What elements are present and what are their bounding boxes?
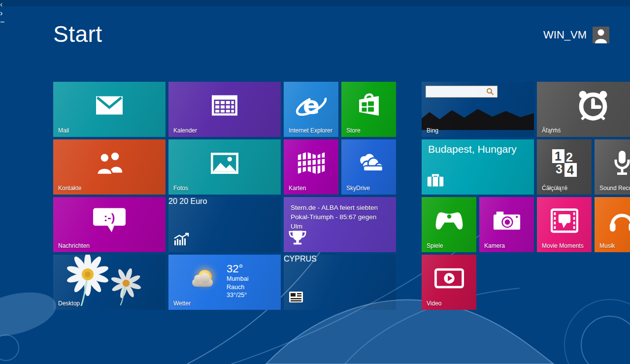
tile-label: Ćăłçúłąтē	[542, 185, 567, 192]
digit: 3	[553, 162, 565, 176]
svg-text::-): :-)	[104, 211, 115, 224]
tile-news[interactable]: CYPRUS	[284, 255, 396, 310]
tile-calculator[interactable]: 1 2 3 4 Ćăłçúłąтē	[537, 139, 592, 195]
alarm-clock-icon	[537, 82, 630, 129]
tile-label: Kontakte	[58, 185, 81, 192]
tile-sport[interactable]: Stern.de - ALBA feiert siebten Pokal-Tri…	[284, 197, 396, 252]
tile-desktop[interactable]: Desktop	[53, 255, 166, 310]
user-avatar-icon	[593, 27, 609, 43]
messaging-icon: :-)	[53, 197, 166, 244]
tile-label: Mail	[58, 127, 69, 134]
weather-high-low: 33°/25°	[227, 291, 248, 299]
tile-mail[interactable]: Mail	[53, 82, 166, 137]
people-icon	[53, 139, 166, 187]
photo-text: 20 Euro	[179, 197, 207, 205]
digit: 4	[564, 163, 577, 177]
tile-label: Wetter	[173, 300, 191, 307]
microphone-icon	[595, 139, 630, 187]
weather-temperature: 32°	[227, 263, 248, 275]
tile-movie-moments[interactable]: Movie Moments	[537, 197, 592, 252]
tile-kalender[interactable]: Kalender	[168, 82, 281, 137]
mail-icon	[53, 82, 166, 129]
tile-fotos[interactable]: Fotos	[168, 139, 281, 195]
tile-skydrive[interactable]: SkyDrive	[341, 139, 396, 195]
desktop-wallpaper-daisies	[53, 255, 147, 306]
bing-photo	[422, 104, 534, 130]
headphones-icon	[595, 197, 630, 244]
tile-internet-explorer[interactable]: e Internet Explorer	[284, 82, 338, 137]
tile-sound-recorder[interactable]: Sound Recor	[595, 139, 630, 195]
tile-kontakte[interactable]: Kontakte	[53, 139, 166, 195]
film-strip-icon	[537, 197, 592, 244]
tile-video[interactable]: Video	[422, 255, 476, 310]
weather-condition: Rauch	[227, 283, 248, 291]
tile-label: Karten	[289, 185, 306, 192]
bing-search-box[interactable]	[426, 86, 497, 98]
user-account[interactable]: WIN_VM	[543, 27, 609, 43]
svg-text:e: e	[302, 91, 319, 120]
weather-city: Mumbai	[227, 275, 248, 283]
news-icon	[289, 291, 303, 305]
travel-headline: Budapest, Hungary	[428, 143, 517, 155]
digit: 1	[552, 149, 564, 163]
map-icon	[284, 139, 338, 187]
tile-musik[interactable]: Musik	[595, 197, 630, 252]
trophy-icon	[289, 230, 306, 247]
tile-karten[interactable]: Karten	[284, 139, 338, 195]
tile-label: Kalender	[173, 127, 197, 134]
search-icon	[486, 88, 494, 96]
photo-text: 20	[168, 197, 177, 205]
tile-reisen[interactable]: Budapest, Hungary	[422, 139, 534, 195]
sport-headline: Stern.de - ALBA feiert siebten Pokal-Tri…	[284, 197, 396, 232]
internet-explorer-icon: e	[284, 82, 338, 129]
tile-label: Ăľąŕḿś	[542, 127, 561, 134]
tile-label: Sound Recor	[599, 185, 630, 192]
weather-sun-cloud-icon	[191, 269, 220, 293]
tile-label: Store	[346, 127, 361, 134]
tile-group-right: Bing Ăľąŕḿś Budapest, Hungary	[422, 82, 630, 310]
tile-label: Musik	[599, 242, 615, 249]
photos-icon	[168, 139, 281, 187]
tile-label: Video	[427, 300, 441, 307]
tile-kamera[interactable]: Kamera	[479, 197, 534, 252]
tile-wetter[interactable]: 32° Mumbai Rauch 33°/25° Wetter	[168, 255, 281, 310]
tile-group-left: Mail Kalender e In	[53, 82, 396, 310]
tile-label: Nachrichten	[58, 242, 90, 249]
camera-icon	[479, 197, 534, 244]
start-screen: Start WIN_VM Mail	[0, 0, 630, 364]
tile-label: Spiele	[427, 242, 443, 249]
clouds-icon	[341, 139, 396, 187]
tile-bing[interactable]: Bing	[422, 82, 534, 137]
suitcase-icon	[427, 173, 444, 190]
tile-label: Bing	[427, 127, 438, 134]
tile-label: Movie Moments	[542, 242, 584, 249]
tile-spiele[interactable]: Spiele	[422, 197, 476, 252]
tile-label: Kamera	[484, 242, 505, 249]
finance-chart-icon	[173, 232, 190, 247]
tile-finanzen[interactable]: 20 20 Euro	[168, 197, 281, 252]
photo-text: CYPRUS	[284, 255, 396, 264]
tile-store[interactable]: Store	[341, 82, 396, 137]
user-name: WIN_VM	[543, 29, 587, 41]
calculator-digits-icon: 1 2 3 4	[537, 139, 592, 187]
tile-label: Desktop	[58, 300, 80, 307]
tile-nachrichten[interactable]: :-) Nachrichten	[53, 197, 166, 252]
calendar-icon	[168, 82, 281, 129]
store-icon	[341, 82, 396, 129]
tile-label: Internet Explorer	[289, 127, 332, 134]
tile-label: SkyDrive	[346, 185, 370, 192]
tile-alarms[interactable]: Ăľąŕḿś	[537, 82, 630, 137]
page-title: Start	[53, 21, 102, 47]
tile-label: Fotos	[173, 185, 188, 192]
game-controller-icon	[422, 197, 476, 244]
video-player-icon	[422, 255, 476, 302]
